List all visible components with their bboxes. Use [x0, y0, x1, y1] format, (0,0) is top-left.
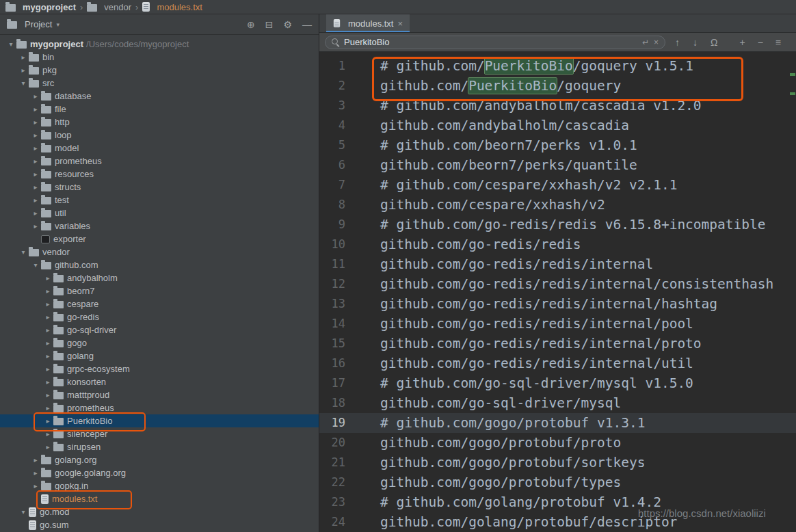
- tree-item-puerkitobio[interactable]: ▸PuerkitoBio: [0, 414, 319, 427]
- tree-item-golang-org[interactable]: ▸golang.org: [0, 453, 319, 466]
- tree-item-go-redis[interactable]: ▸go-redis: [0, 310, 319, 323]
- tree-item-silenceper[interactable]: ▸silenceper: [0, 427, 319, 440]
- chevron-right-icon[interactable]: ▸: [42, 275, 53, 282]
- chevron-right-icon[interactable]: ▸: [30, 158, 41, 165]
- newline-icon[interactable]: ↵: [642, 38, 649, 46]
- tree-item-gogo[interactable]: ▸gogo: [0, 336, 319, 349]
- chevron-down-icon[interactable]: ▾: [18, 509, 29, 516]
- chevron-right-icon[interactable]: ▸: [30, 106, 41, 113]
- code-line-10[interactable]: 10github.com/go-redis/redis: [319, 235, 796, 254]
- search-input[interactable]: [344, 37, 637, 47]
- code-line-17[interactable]: 17# github.com/go-sql-driver/mysql v1.5.…: [319, 373, 796, 393]
- chevron-right-icon[interactable]: ▸: [42, 405, 53, 412]
- tree-item-sirupsen[interactable]: ▸sirupsen: [0, 440, 319, 453]
- project-dropdown-chevron-icon[interactable]: ▾: [56, 21, 59, 28]
- chevron-right-icon[interactable]: ▸: [30, 197, 41, 204]
- tree-item-prometheus[interactable]: ▸prometheus: [0, 401, 319, 414]
- chevron-right-icon[interactable]: ▸: [42, 379, 53, 386]
- tree-item-grpc-ecosystem[interactable]: ▸grpc-ecosystem: [0, 362, 319, 375]
- tree-item-bin[interactable]: ▸bin: [0, 51, 319, 64]
- breadcrumb-item-vendor[interactable]: vendor: [87, 3, 131, 12]
- filter-options-icon[interactable]: ≡: [775, 38, 781, 47]
- clear-search-icon[interactable]: ×: [654, 38, 659, 46]
- code-line-2[interactable]: 2github.com/PuerkitoBio/goquery: [319, 76, 796, 96]
- hide-panel-icon[interactable]: —: [302, 20, 312, 29]
- collapse-all-icon[interactable]: ⊟: [265, 20, 274, 29]
- code-line-19[interactable]: 19# github.com/gogo/protobuf v1.3.1: [319, 413, 796, 433]
- chevron-right-icon[interactable]: ▸: [18, 67, 29, 74]
- tree-item-mygoproject[interactable]: ▾mygoproject /Users/codes/mygoproject: [0, 38, 319, 51]
- chevron-right-icon[interactable]: ▸: [42, 353, 53, 360]
- code-line-3[interactable]: 3# github.com/andybalholm/cascadia v1.2.…: [319, 96, 796, 116]
- code-line-21[interactable]: 21github.com/gogo/protobuf/sortkeys: [319, 453, 796, 473]
- chevron-right-icon[interactable]: ▸: [30, 210, 41, 217]
- tree-item-variables[interactable]: ▸variables: [0, 220, 319, 232]
- tree-item-exporter[interactable]: exporter: [0, 232, 319, 245]
- settings-gear-icon[interactable]: ⚙: [283, 20, 292, 29]
- chevron-right-icon[interactable]: ▸: [42, 288, 53, 295]
- locate-icon[interactable]: ⊕: [247, 20, 255, 29]
- chevron-right-icon[interactable]: ▸: [30, 483, 41, 490]
- tree-item-model[interactable]: ▸model: [0, 142, 319, 155]
- chevron-right-icon[interactable]: ▸: [30, 184, 41, 191]
- code-line-5[interactable]: 5# github.com/beorn7/perks v1.0.1: [319, 135, 796, 155]
- tree-item-go-sql-driver[interactable]: ▸go-sql-driver: [0, 323, 319, 336]
- tree-item-beorn7[interactable]: ▸beorn7: [0, 284, 319, 297]
- code-line-13[interactable]: 13github.com/go-redis/redis/internal/has…: [319, 294, 796, 314]
- add-occurrence-icon[interactable]: +: [739, 38, 745, 47]
- chevron-down-icon[interactable]: ▾: [5, 41, 16, 48]
- chevron-right-icon[interactable]: ▸: [42, 392, 53, 399]
- tree-item-google-golang-org[interactable]: ▸google.golang.org: [0, 466, 319, 479]
- code-line-6[interactable]: 6github.com/beorn7/perks/quantile: [319, 155, 796, 175]
- chevron-right-icon[interactable]: ▸: [30, 119, 41, 126]
- code-line-8[interactable]: 8github.com/cespare/xxhash/v2: [319, 195, 796, 215]
- breadcrumb-item-mygoproject[interactable]: mygoproject: [5, 3, 76, 12]
- chevron-right-icon[interactable]: ▸: [42, 418, 53, 425]
- code-line-18[interactable]: 18github.com/go-sql-driver/mysql: [319, 393, 796, 413]
- code-line-1[interactable]: 1# github.com/PuerkitoBio/goquery v1.5.1: [319, 56, 796, 76]
- tree-item-http[interactable]: ▸http: [0, 116, 319, 129]
- search-field[interactable]: ↵ ×: [325, 36, 665, 49]
- chevron-right-icon[interactable]: ▸: [30, 132, 41, 139]
- code-line-16[interactable]: 16github.com/go-redis/redis/internal/uti…: [319, 354, 796, 373]
- chevron-right-icon[interactable]: ▸: [42, 431, 53, 438]
- chevron-down-icon[interactable]: ▾: [18, 80, 29, 87]
- tree-item-matttproud[interactable]: ▸matttproud: [0, 388, 319, 401]
- code-line-12[interactable]: 12github.com/go-redis/redis/internal/con…: [319, 274, 796, 294]
- chevron-right-icon[interactable]: ▸: [42, 314, 53, 321]
- code-line-20[interactable]: 20github.com/gogo/protobuf/proto: [319, 433, 796, 453]
- code-line-15[interactable]: 15github.com/go-redis/redis/internal/pro…: [319, 334, 796, 354]
- chevron-right-icon[interactable]: ▸: [42, 327, 53, 334]
- tree-item-loop[interactable]: ▸loop: [0, 129, 319, 142]
- code-line-11[interactable]: 11github.com/go-redis/redis/internal: [319, 254, 796, 274]
- panel-splitter[interactable]: [319, 14, 319, 532]
- chevron-right-icon[interactable]: ▸: [30, 470, 41, 477]
- chevron-right-icon[interactable]: ▸: [30, 145, 41, 152]
- chevron-right-icon[interactable]: ▸: [42, 340, 53, 347]
- tree-item-pkg[interactable]: ▸pkg: [0, 64, 319, 77]
- code-line-4[interactable]: 4github.com/andybalholm/cascadia: [319, 116, 796, 135]
- tree-item-modules-txt[interactable]: modules.txt: [0, 492, 319, 505]
- tree-item-github-com[interactable]: ▾github.com: [0, 258, 319, 271]
- tree-item-prometheus[interactable]: ▸prometheus: [0, 155, 319, 168]
- tree-item-test[interactable]: ▸test: [0, 194, 319, 207]
- tree-item-resources[interactable]: ▸resources: [0, 168, 319, 181]
- next-match-icon[interactable]: ↓: [693, 38, 698, 47]
- tree-item-database[interactable]: ▸database: [0, 90, 319, 103]
- code-line-22[interactable]: 22github.com/gogo/protobuf/types: [319, 473, 796, 492]
- tree-item-cespare[interactable]: ▸cespare: [0, 297, 319, 310]
- code-area[interactable]: 1# github.com/PuerkitoBio/goquery v1.5.1…: [319, 52, 796, 532]
- tree-item-go-sum[interactable]: go.sum: [0, 518, 319, 531]
- remove-occurrence-icon[interactable]: −: [758, 38, 763, 47]
- tree-item-go-mod[interactable]: ▾go.mod: [0, 505, 319, 518]
- tree-item-structs[interactable]: ▸structs: [0, 181, 319, 194]
- chevron-right-icon[interactable]: ▸: [42, 366, 53, 373]
- editor-scrollbar[interactable]: [789, 66, 796, 532]
- code-line-7[interactable]: 7# github.com/cespare/xxhash/v2 v2.1.1: [319, 175, 796, 195]
- chevron-right-icon[interactable]: ▸: [42, 301, 53, 308]
- editor-tab-modules-txt[interactable]: modules.txt ×: [326, 14, 410, 32]
- breadcrumb-item-modules-txt[interactable]: modules.txt: [142, 2, 202, 12]
- tree-item-src[interactable]: ▾src: [0, 77, 319, 90]
- chevron-right-icon[interactable]: ▸: [30, 457, 41, 464]
- code-line-9[interactable]: 9# github.com/go-redis/redis v6.15.8+inc…: [319, 215, 796, 235]
